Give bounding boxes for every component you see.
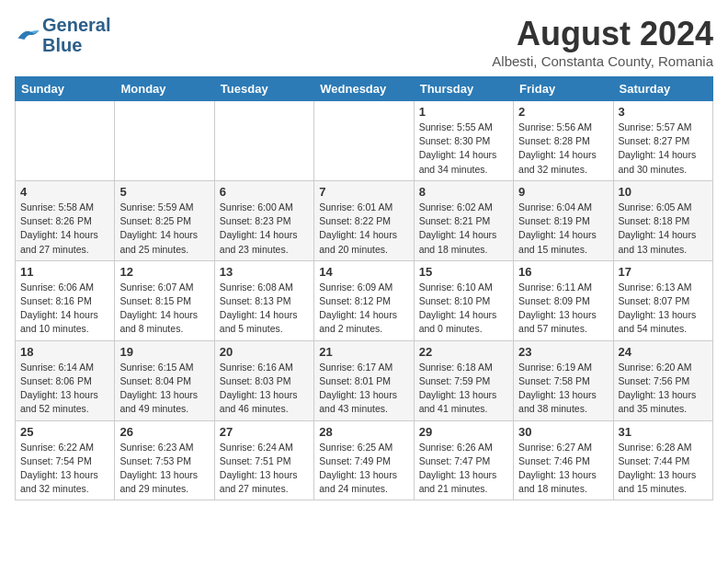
calendar-cell: 17Sunrise: 6:13 AMSunset: 8:07 PMDayligh…	[613, 260, 712, 340]
day-number: 25	[20, 425, 109, 439]
calendar-cell: 25Sunrise: 6:22 AMSunset: 7:54 PMDayligh…	[16, 420, 115, 500]
day-number: 8	[419, 185, 508, 199]
day-number: 22	[419, 345, 508, 359]
calendar-table: SundayMondayTuesdayWednesdayThursdayFrid…	[15, 76, 713, 500]
day-number: 10	[619, 185, 708, 199]
day-number: 4	[20, 185, 109, 199]
day-info: Sunrise: 6:23 AMSunset: 7:53 PMDaylight:…	[119, 441, 209, 497]
day-number: 16	[518, 265, 608, 279]
calendar-cell	[214, 101, 313, 181]
day-number: 31	[619, 425, 708, 439]
calendar-cell: 9Sunrise: 6:04 AMSunset: 8:19 PMDaylight…	[514, 180, 613, 260]
logo: General Blue	[15, 15, 110, 55]
calendar-cell: 12Sunrise: 6:07 AMSunset: 8:15 PMDayligh…	[115, 260, 214, 340]
calendar-cell: 23Sunrise: 6:19 AMSunset: 7:58 PMDayligh…	[514, 340, 613, 420]
calendar-cell: 15Sunrise: 6:10 AMSunset: 8:10 PMDayligh…	[414, 260, 513, 340]
day-number: 1	[419, 105, 508, 119]
day-info: Sunrise: 6:15 AMSunset: 8:04 PMDaylight:…	[119, 361, 209, 417]
day-info: Sunrise: 6:18 AMSunset: 7:59 PMDaylight:…	[419, 361, 508, 417]
day-number: 26	[119, 425, 209, 439]
day-number: 13	[220, 265, 309, 279]
calendar-cell: 20Sunrise: 6:16 AMSunset: 8:03 PMDayligh…	[214, 340, 313, 420]
calendar-cell: 3Sunrise: 5:57 AMSunset: 8:27 PMDaylight…	[613, 101, 712, 181]
calendar-cell: 28Sunrise: 6:25 AMSunset: 7:49 PMDayligh…	[314, 420, 414, 500]
calendar-week-row: 1Sunrise: 5:55 AMSunset: 8:30 PMDaylight…	[16, 101, 713, 181]
calendar-cell: 21Sunrise: 6:17 AMSunset: 8:01 PMDayligh…	[314, 340, 414, 420]
day-info: Sunrise: 6:26 AMSunset: 7:47 PMDaylight:…	[419, 441, 508, 497]
day-info: Sunrise: 6:19 AMSunset: 7:58 PMDaylight:…	[518, 361, 608, 417]
calendar-day-header: Monday	[115, 77, 214, 101]
day-info: Sunrise: 6:08 AMSunset: 8:13 PMDaylight:…	[220, 281, 309, 337]
day-info: Sunrise: 6:01 AMSunset: 8:22 PMDaylight:…	[319, 201, 408, 257]
day-number: 17	[619, 265, 708, 279]
day-info: Sunrise: 5:56 AMSunset: 8:28 PMDaylight:…	[518, 121, 608, 177]
calendar-cell: 11Sunrise: 6:06 AMSunset: 8:16 PMDayligh…	[16, 260, 115, 340]
calendar-cell	[314, 101, 414, 181]
day-info: Sunrise: 6:05 AMSunset: 8:18 PMDaylight:…	[619, 201, 708, 257]
calendar-body: 1Sunrise: 5:55 AMSunset: 8:30 PMDaylight…	[16, 101, 713, 500]
calendar-cell: 1Sunrise: 5:55 AMSunset: 8:30 PMDaylight…	[414, 101, 513, 181]
day-info: Sunrise: 6:14 AMSunset: 8:06 PMDaylight:…	[20, 361, 109, 417]
day-info: Sunrise: 6:24 AMSunset: 7:51 PMDaylight:…	[220, 441, 309, 497]
day-number: 24	[619, 345, 708, 359]
day-info: Sunrise: 6:00 AMSunset: 8:23 PMDaylight:…	[220, 201, 309, 257]
day-number: 30	[518, 425, 608, 439]
day-info: Sunrise: 6:20 AMSunset: 7:56 PMDaylight:…	[619, 361, 708, 417]
day-info: Sunrise: 6:09 AMSunset: 8:12 PMDaylight:…	[319, 281, 408, 337]
page-header: General Blue August 2024 Albesti, Consta…	[15, 15, 713, 69]
day-number: 23	[518, 345, 608, 359]
day-info: Sunrise: 6:22 AMSunset: 7:54 PMDaylight:…	[20, 441, 109, 497]
logo-text-general: General	[42, 15, 110, 35]
calendar-cell: 6Sunrise: 6:00 AMSunset: 8:23 PMDaylight…	[214, 180, 313, 260]
day-number: 28	[319, 425, 408, 439]
calendar-cell: 26Sunrise: 6:23 AMSunset: 7:53 PMDayligh…	[115, 420, 214, 500]
calendar-day-header: Saturday	[613, 77, 712, 101]
calendar-week-row: 4Sunrise: 5:58 AMSunset: 8:26 PMDaylight…	[16, 180, 713, 260]
day-number: 18	[20, 345, 109, 359]
day-number: 20	[220, 345, 309, 359]
day-number: 29	[419, 425, 508, 439]
day-number: 2	[518, 105, 608, 119]
day-info: Sunrise: 6:16 AMSunset: 8:03 PMDaylight:…	[220, 361, 309, 417]
day-info: Sunrise: 6:25 AMSunset: 7:49 PMDaylight:…	[319, 441, 408, 497]
calendar-cell: 27Sunrise: 6:24 AMSunset: 7:51 PMDayligh…	[214, 420, 313, 500]
day-info: Sunrise: 6:13 AMSunset: 8:07 PMDaylight:…	[619, 281, 708, 337]
calendar-cell: 7Sunrise: 6:01 AMSunset: 8:22 PMDaylight…	[314, 180, 414, 260]
day-info: Sunrise: 6:28 AMSunset: 7:44 PMDaylight:…	[619, 441, 708, 497]
day-info: Sunrise: 6:10 AMSunset: 8:10 PMDaylight:…	[419, 281, 508, 337]
day-info: Sunrise: 6:17 AMSunset: 8:01 PMDaylight:…	[319, 361, 408, 417]
calendar-cell: 24Sunrise: 6:20 AMSunset: 7:56 PMDayligh…	[613, 340, 712, 420]
day-number: 21	[319, 345, 408, 359]
day-number: 3	[619, 105, 708, 119]
calendar-cell: 14Sunrise: 6:09 AMSunset: 8:12 PMDayligh…	[314, 260, 414, 340]
day-number: 14	[319, 265, 408, 279]
day-number: 27	[220, 425, 309, 439]
day-number: 12	[119, 265, 209, 279]
calendar-cell: 4Sunrise: 5:58 AMSunset: 8:26 PMDaylight…	[16, 180, 115, 260]
logo-text-blue: Blue	[42, 35, 110, 55]
day-number: 9	[518, 185, 608, 199]
day-info: Sunrise: 6:06 AMSunset: 8:16 PMDaylight:…	[20, 281, 109, 337]
calendar-week-row: 18Sunrise: 6:14 AMSunset: 8:06 PMDayligh…	[16, 340, 713, 420]
subtitle: Albesti, Constanta County, Romania	[492, 53, 713, 69]
logo-icon	[15, 25, 40, 45]
day-number: 19	[119, 345, 209, 359]
calendar-cell: 5Sunrise: 5:59 AMSunset: 8:25 PMDaylight…	[115, 180, 214, 260]
day-info: Sunrise: 5:59 AMSunset: 8:25 PMDaylight:…	[119, 201, 209, 257]
calendar-cell: 10Sunrise: 6:05 AMSunset: 8:18 PMDayligh…	[613, 180, 712, 260]
calendar-cell: 18Sunrise: 6:14 AMSunset: 8:06 PMDayligh…	[16, 340, 115, 420]
day-info: Sunrise: 5:57 AMSunset: 8:27 PMDaylight:…	[619, 121, 708, 177]
calendar-cell: 31Sunrise: 6:28 AMSunset: 7:44 PMDayligh…	[613, 420, 712, 500]
calendar-cell: 2Sunrise: 5:56 AMSunset: 8:28 PMDaylight…	[514, 101, 613, 181]
day-number: 5	[119, 185, 209, 199]
calendar-week-row: 25Sunrise: 6:22 AMSunset: 7:54 PMDayligh…	[16, 420, 713, 500]
day-info: Sunrise: 6:27 AMSunset: 7:46 PMDaylight:…	[518, 441, 608, 497]
day-number: 11	[20, 265, 109, 279]
day-info: Sunrise: 6:04 AMSunset: 8:19 PMDaylight:…	[518, 201, 608, 257]
day-info: Sunrise: 5:58 AMSunset: 8:26 PMDaylight:…	[20, 201, 109, 257]
calendar-day-header: Thursday	[414, 77, 513, 101]
day-info: Sunrise: 5:55 AMSunset: 8:30 PMDaylight:…	[419, 121, 508, 177]
calendar-cell: 22Sunrise: 6:18 AMSunset: 7:59 PMDayligh…	[414, 340, 513, 420]
day-number: 15	[419, 265, 508, 279]
calendar-week-row: 11Sunrise: 6:06 AMSunset: 8:16 PMDayligh…	[16, 260, 713, 340]
